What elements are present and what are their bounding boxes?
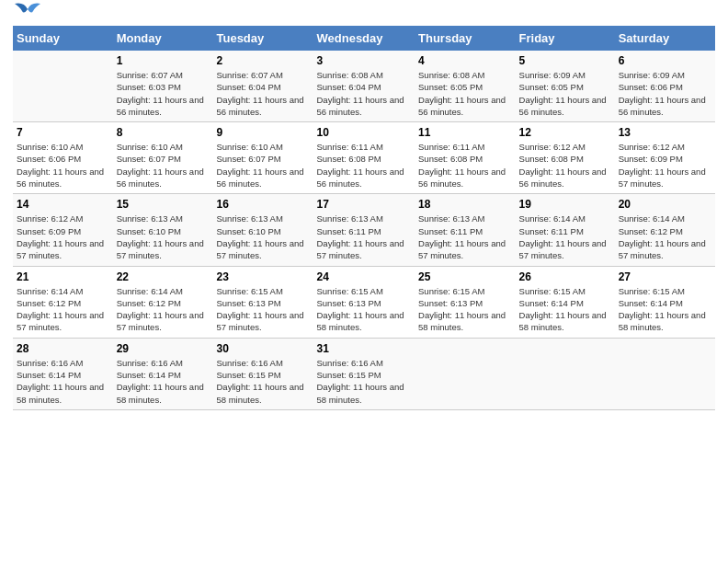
calendar-cell: [415, 338, 516, 409]
day-info: Sunrise: 6:14 AM Sunset: 6:12 PM Dayligh…: [619, 213, 711, 261]
sunset-label: Sunset: 6:08 PM: [317, 154, 381, 164]
sunset-label: Sunset: 6:14 PM: [17, 370, 81, 380]
day-number: 1: [117, 54, 210, 67]
day-info: Sunrise: 6:10 AM Sunset: 6:07 PM Dayligh…: [216, 141, 309, 190]
daylight-label: Daylight: 11 hours and 58 minutes.: [619, 310, 706, 332]
sunset-label: Sunset: 6:08 PM: [418, 154, 483, 164]
calendar-cell: 15 Sunrise: 6:13 AM Sunset: 6:10 PM Dayl…: [113, 194, 213, 266]
sunrise-label: Sunrise: 6:12 AM: [519, 142, 586, 152]
sunset-label: Sunset: 6:13 PM: [216, 298, 280, 308]
sunrise-label: Sunrise: 6:12 AM: [619, 142, 685, 152]
logo-bird-icon: [15, 2, 40, 18]
sunrise-label: Sunrise: 6:13 AM: [317, 213, 383, 224]
day-info: Sunrise: 6:09 AM Sunset: 6:06 PM Dayligh…: [619, 69, 711, 118]
calendar-week-row: 14 Sunrise: 6:12 AM Sunset: 6:09 PM Dayl…: [13, 194, 715, 266]
day-info: Sunrise: 6:14 AM Sunset: 6:12 PM Dayligh…: [117, 285, 210, 334]
calendar-cell: 9 Sunrise: 6:10 AM Sunset: 6:07 PM Dayli…: [212, 122, 313, 194]
daylight-label: Daylight: 11 hours and 57 minutes.: [619, 167, 706, 189]
day-info: Sunrise: 6:13 AM Sunset: 6:11 PM Dayligh…: [317, 213, 412, 261]
daylight-label: Daylight: 11 hours and 58 minutes.: [117, 382, 204, 404]
calendar-cell: 23 Sunrise: 6:15 AM Sunset: 6:13 PM Dayl…: [212, 266, 313, 338]
daylight-label: Daylight: 11 hours and 57 minutes.: [216, 238, 303, 260]
sunrise-label: Sunrise: 6:15 AM: [216, 286, 282, 296]
daylight-label: Daylight: 11 hours and 57 minutes.: [17, 238, 104, 260]
sunrise-label: Sunrise: 6:10 AM: [17, 142, 83, 152]
day-info: Sunrise: 6:11 AM Sunset: 6:08 PM Dayligh…: [317, 141, 412, 190]
weekday-header-monday: Monday: [113, 26, 213, 51]
sunrise-label: Sunrise: 6:16 AM: [317, 358, 383, 368]
daylight-label: Daylight: 11 hours and 57 minutes.: [619, 238, 706, 260]
calendar-cell: 29 Sunrise: 6:16 AM Sunset: 6:14 PM Dayl…: [113, 338, 213, 409]
day-number: 12: [519, 126, 611, 139]
sunrise-label: Sunrise: 6:16 AM: [117, 358, 183, 368]
sunset-label: Sunset: 6:11 PM: [317, 226, 381, 236]
sunrise-label: Sunrise: 6:14 AM: [519, 213, 586, 224]
sunset-label: Sunset: 6:11 PM: [418, 226, 483, 236]
sunset-label: Sunset: 6:15 PM: [216, 370, 280, 380]
calendar-cell: 6 Sunrise: 6:09 AM Sunset: 6:06 PM Dayli…: [615, 51, 715, 122]
day-info: Sunrise: 6:13 AM Sunset: 6:11 PM Dayligh…: [418, 213, 512, 261]
sunrise-label: Sunrise: 6:14 AM: [117, 286, 183, 296]
sunset-label: Sunset: 6:12 PM: [17, 298, 81, 308]
calendar-cell: 28 Sunrise: 6:16 AM Sunset: 6:14 PM Dayl…: [13, 338, 113, 409]
day-number: 5: [519, 54, 611, 67]
sunset-label: Sunset: 6:08 PM: [519, 154, 584, 164]
calendar-cell: 27 Sunrise: 6:15 AM Sunset: 6:14 PM Dayl…: [615, 266, 715, 338]
daylight-label: Daylight: 11 hours and 56 minutes.: [216, 167, 303, 189]
day-info: Sunrise: 6:10 AM Sunset: 6:07 PM Dayligh…: [117, 141, 210, 190]
calendar-cell: 22 Sunrise: 6:14 AM Sunset: 6:12 PM Dayl…: [113, 266, 213, 338]
sunrise-label: Sunrise: 6:13 AM: [117, 213, 183, 224]
day-number: 19: [519, 198, 611, 211]
day-number: 20: [619, 198, 711, 211]
day-info: Sunrise: 6:12 AM Sunset: 6:09 PM Dayligh…: [17, 213, 109, 261]
day-number: 17: [317, 198, 412, 211]
sunrise-label: Sunrise: 6:14 AM: [17, 286, 83, 296]
daylight-label: Daylight: 11 hours and 56 minutes.: [418, 167, 506, 189]
sunrise-label: Sunrise: 6:16 AM: [17, 358, 83, 368]
sunset-label: Sunset: 6:12 PM: [619, 226, 683, 236]
calendar-cell: 1 Sunrise: 6:07 AM Sunset: 6:03 PM Dayli…: [113, 51, 213, 122]
sunrise-label: Sunrise: 6:09 AM: [519, 70, 586, 80]
calendar-cell: 8 Sunrise: 6:10 AM Sunset: 6:07 PM Dayli…: [113, 122, 213, 194]
sunset-label: Sunset: 6:06 PM: [17, 154, 81, 164]
calendar-cell: 11 Sunrise: 6:11 AM Sunset: 6:08 PM Dayl…: [415, 122, 516, 194]
weekday-header-row: SundayMondayTuesdayWednesdayThursdayFrid…: [13, 26, 715, 51]
day-number: 13: [619, 126, 711, 139]
calendar-cell: [13, 51, 113, 122]
day-info: Sunrise: 6:08 AM Sunset: 6:05 PM Dayligh…: [418, 69, 512, 118]
daylight-label: Daylight: 11 hours and 56 minutes.: [619, 95, 706, 117]
sunset-label: Sunset: 6:04 PM: [216, 82, 280, 92]
daylight-label: Daylight: 11 hours and 57 minutes.: [418, 238, 506, 260]
calendar-cell: 16 Sunrise: 6:13 AM Sunset: 6:10 PM Dayl…: [212, 194, 313, 266]
sunset-label: Sunset: 6:12 PM: [117, 298, 181, 308]
day-number: 16: [216, 198, 309, 211]
sunset-label: Sunset: 6:13 PM: [418, 298, 483, 308]
day-info: Sunrise: 6:09 AM Sunset: 6:05 PM Dayligh…: [519, 69, 611, 118]
sunrise-label: Sunrise: 6:07 AM: [216, 70, 282, 80]
day-number: 21: [17, 270, 109, 283]
daylight-label: Daylight: 11 hours and 56 minutes.: [519, 95, 607, 117]
day-number: 25: [418, 270, 512, 283]
sunrise-label: Sunrise: 6:11 AM: [317, 142, 383, 152]
calendar-cell: 7 Sunrise: 6:10 AM Sunset: 6:06 PM Dayli…: [13, 122, 113, 194]
day-info: Sunrise: 6:13 AM Sunset: 6:10 PM Dayligh…: [117, 213, 210, 261]
day-info: Sunrise: 6:15 AM Sunset: 6:14 PM Dayligh…: [619, 285, 711, 334]
day-info: Sunrise: 6:12 AM Sunset: 6:09 PM Dayligh…: [619, 141, 711, 190]
weekday-header-tuesday: Tuesday: [212, 26, 313, 51]
calendar-week-row: 1 Sunrise: 6:07 AM Sunset: 6:03 PM Dayli…: [13, 51, 715, 122]
sunset-label: Sunset: 6:14 PM: [619, 298, 683, 308]
weekday-header-saturday: Saturday: [615, 26, 715, 51]
day-info: Sunrise: 6:15 AM Sunset: 6:13 PM Dayligh…: [216, 285, 309, 334]
day-number: 3: [317, 54, 412, 67]
header: [13, 9, 715, 18]
sunset-label: Sunset: 6:09 PM: [17, 226, 81, 236]
calendar-week-row: 28 Sunrise: 6:16 AM Sunset: 6:14 PM Dayl…: [13, 338, 715, 409]
weekday-header-friday: Friday: [516, 26, 615, 51]
calendar-cell: 17 Sunrise: 6:13 AM Sunset: 6:11 PM Dayl…: [313, 194, 415, 266]
day-number: 6: [619, 54, 711, 67]
day-info: Sunrise: 6:13 AM Sunset: 6:10 PM Dayligh…: [216, 213, 309, 261]
daylight-label: Daylight: 11 hours and 58 minutes.: [216, 382, 303, 404]
calendar-cell: 26 Sunrise: 6:15 AM Sunset: 6:14 PM Dayl…: [516, 266, 615, 338]
calendar-week-row: 21 Sunrise: 6:14 AM Sunset: 6:12 PM Dayl…: [13, 266, 715, 338]
daylight-label: Daylight: 11 hours and 57 minutes.: [117, 310, 204, 332]
